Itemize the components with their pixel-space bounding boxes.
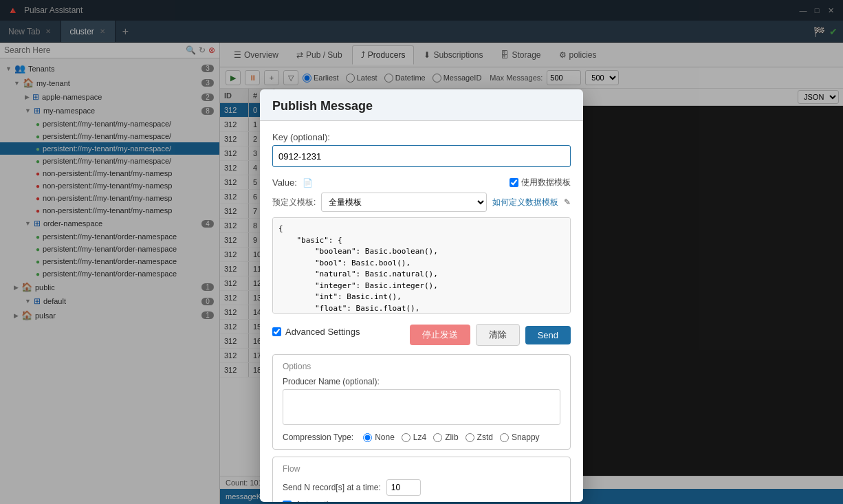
compression-row: Compression Type: None Lz4 Zlib Zstd Sna… [283, 432, 560, 442]
template-row: 预定义模板: 全量模板 如何定义数据模板 ✎ [272, 193, 571, 212]
value-label: Value: [272, 177, 297, 188]
template-edit-icon[interactable]: ✎ [564, 197, 571, 207]
options-title: Options [283, 362, 560, 371]
producer-name-input[interactable] [283, 389, 560, 425]
key-label: Key (optional): [272, 132, 571, 142]
advanced-settings-toggle[interactable]: Advanced Settings [272, 327, 360, 337]
template-select[interactable]: 全量模板 [321, 193, 487, 212]
code-area[interactable]: { "basic": { "boolean": Basic.boolean(),… [272, 217, 571, 314]
template-link[interactable]: 如何定义数据模板 [492, 197, 558, 208]
use-template-label: 使用数据模板 [521, 177, 571, 188]
template-label: 预定义模板: [272, 197, 316, 208]
flow-group: Flow Send N record[s] at a time: Automat… [272, 457, 571, 502]
use-template-checkbox[interactable] [510, 178, 518, 187]
producer-name-label: Producer Name (optional): [283, 377, 560, 386]
stop-send-btn[interactable]: 停止发送 [410, 325, 470, 345]
compression-snappy[interactable]: Snappy [500, 432, 540, 442]
compression-zstd[interactable]: Zstd [466, 432, 493, 442]
clear-btn[interactable]: 清除 [476, 324, 520, 346]
compression-lz4[interactable]: Lz4 [402, 432, 426, 442]
send-n-input[interactable] [386, 479, 421, 496]
compression-zlib[interactable]: Zlib [433, 432, 458, 442]
automatic-checkbox[interactable] [283, 501, 292, 503]
use-template-checkbox-label[interactable]: 使用数据模板 [510, 177, 571, 188]
auto-row: Automatic [283, 500, 560, 502]
modal-body: Key (optional): Value: 📄 使用数据模板 预定义模板: 全… [260, 121, 583, 502]
publish-message-modal: Publish Message Key (optional): Value: 📄… [260, 89, 583, 502]
modal-header: Publish Message [260, 89, 583, 121]
key-form-group: Key (optional): [272, 132, 571, 167]
send-btn[interactable]: Send [525, 326, 571, 344]
flow-title: Flow [283, 464, 560, 474]
modal-overlay: Publish Message Key (optional): Value: 📄… [0, 0, 843, 504]
compression-type-label: Compression Type: [283, 432, 353, 442]
options-group: Options Producer Name (optional): Compre… [272, 354, 571, 450]
modal-title: Publish Message [272, 99, 571, 113]
key-input[interactable] [272, 145, 571, 167]
value-file-icon[interactable]: 📄 [303, 178, 313, 188]
advanced-settings-checkbox[interactable] [272, 327, 281, 336]
automatic-label: Automatic [296, 500, 332, 502]
value-row: Value: 📄 使用数据模板 [272, 177, 571, 188]
advanced-settings-label: Advanced Settings [285, 327, 360, 337]
flow-row: Send N record[s] at a time: [283, 479, 560, 496]
action-row: Advanced Settings 停止发送 清除 Send [272, 324, 571, 346]
send-n-label: Send N record[s] at a time: [283, 483, 381, 492]
compression-none[interactable]: None [363, 432, 395, 442]
